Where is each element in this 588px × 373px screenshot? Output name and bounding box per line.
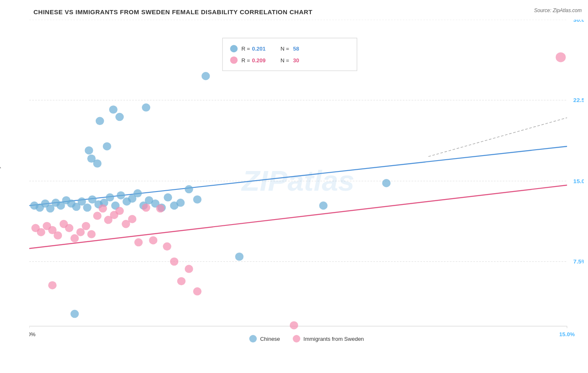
svg-point-69 [87, 230, 96, 238]
svg-point-55 [319, 202, 327, 210]
sweden-legend-label: Immigrants from Sweden [304, 336, 364, 342]
chart-area: 30.0% 22.5% 15.0% 7.5% 0.0% 15.0% ZIPatl… [29, 20, 584, 342]
svg-point-84 [556, 52, 566, 62]
source-label: Source: ZipAtlas.com [534, 8, 582, 13]
svg-point-83 [177, 277, 186, 286]
svg-point-48 [115, 113, 124, 121]
svg-point-87 [193, 287, 202, 296]
svg-point-31 [106, 193, 114, 202]
svg-point-45 [193, 195, 202, 204]
svg-point-56 [382, 179, 391, 187]
svg-text:0.209: 0.209 [252, 57, 266, 64]
svg-point-36 [133, 189, 142, 198]
svg-point-52 [93, 159, 102, 168]
legend-item-chinese: Chinese [249, 335, 280, 342]
svg-text:22.5%: 22.5% [573, 97, 584, 104]
svg-text:R =: R = [241, 46, 250, 52]
svg-point-44 [185, 185, 193, 194]
y-axis-label: Female Disability [0, 166, 1, 207]
svg-point-74 [115, 207, 124, 215]
svg-text:30: 30 [293, 57, 299, 64]
svg-point-47 [109, 105, 118, 114]
svg-point-65 [65, 224, 73, 232]
svg-rect-90 [230, 45, 238, 53]
svg-point-63 [54, 231, 62, 240]
svg-point-78 [142, 204, 150, 212]
scatter-chart: 30.0% 22.5% 15.0% 7.5% 0.0% 15.0% ZIPatl… [29, 20, 584, 342]
svg-rect-95 [230, 56, 238, 64]
legend-item-sweden: Immigrants from Sweden [293, 335, 364, 342]
svg-point-70 [93, 212, 102, 220]
svg-point-49 [96, 117, 104, 125]
svg-rect-89 [222, 38, 357, 71]
svg-point-33 [117, 191, 125, 199]
svg-point-66 [70, 234, 79, 243]
svg-text:58: 58 [293, 46, 299, 52]
svg-point-76 [128, 215, 136, 223]
svg-text:30.0%: 30.0% [573, 20, 584, 23]
svg-point-27 [83, 204, 92, 212]
svg-point-57 [85, 146, 93, 155]
svg-point-81 [163, 243, 171, 251]
svg-text:N =: N = [281, 46, 289, 52]
chart-title: CHINESE VS IMMIGRANTS FROM SWEDEN FEMALE… [33, 8, 584, 15]
svg-point-86 [185, 265, 193, 273]
svg-point-43 [176, 199, 185, 207]
svg-text:7.5%: 7.5% [573, 258, 584, 265]
sweden-legend-dot [293, 335, 300, 342]
svg-point-53 [70, 310, 79, 318]
svg-text:R =: R = [241, 57, 250, 64]
svg-point-60 [37, 228, 45, 236]
svg-point-71 [99, 204, 107, 213]
svg-point-79 [149, 236, 157, 245]
svg-point-85 [290, 321, 298, 330]
chinese-legend-label: Chinese [260, 336, 280, 342]
svg-point-82 [170, 258, 179, 266]
svg-text:15.0%: 15.0% [573, 178, 584, 184]
svg-point-54 [235, 253, 243, 261]
svg-point-80 [156, 204, 164, 213]
svg-point-50 [142, 103, 150, 112]
svg-text:0.201: 0.201 [252, 46, 266, 52]
bottom-legend: Chinese Immigrants from Sweden [29, 335, 584, 342]
svg-line-16 [428, 118, 567, 157]
svg-point-26 [78, 197, 86, 206]
svg-point-88 [48, 281, 56, 289]
svg-point-77 [134, 238, 143, 247]
chart-container: CHINESE VS IMMIGRANTS FROM SWEDEN FEMALE… [0, 0, 588, 373]
chinese-legend-dot [249, 335, 257, 342]
svg-point-46 [202, 72, 210, 80]
svg-point-41 [164, 193, 172, 202]
svg-point-58 [103, 142, 111, 151]
svg-text:N =: N = [281, 57, 289, 64]
svg-point-68 [82, 222, 90, 230]
